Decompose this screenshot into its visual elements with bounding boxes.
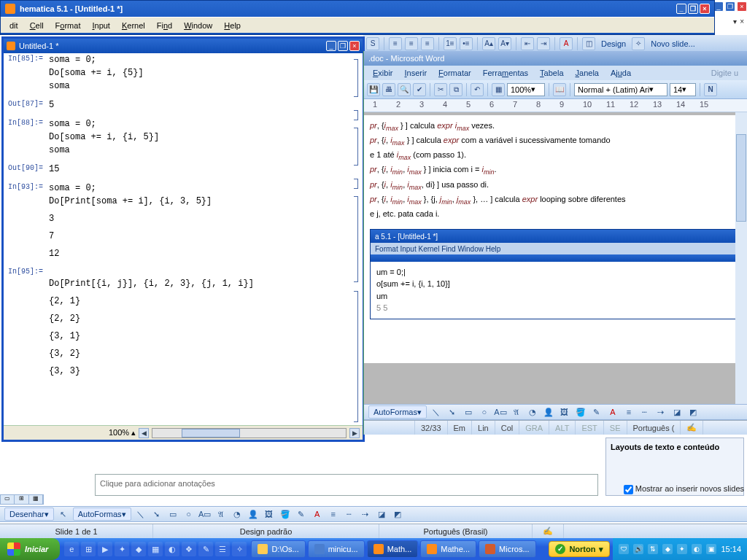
show-on-insert-input[interactable] — [624, 485, 633, 494]
cell-code[interactable]: soma = 0; — [49, 183, 96, 193]
increase-indent-icon[interactable]: ⇥ — [537, 37, 550, 50]
arrow-icon[interactable]: ➘ — [446, 405, 459, 419]
word-ruler[interactable]: 1 2 3 4 5 6 7 8 9 10 11 12 13 14 15 — [364, 99, 747, 112]
ppt-notes-placeholder[interactable]: Clique para adicionar anotações — [95, 474, 598, 496]
menu-input[interactable]: Input — [86, 19, 115, 32]
word-status-spellcheck-icon[interactable]: ✍️ — [681, 421, 703, 435]
clipart-icon[interactable]: 👤 — [542, 405, 555, 419]
word-help-hint[interactable]: Digite u — [705, 69, 744, 77]
word-menu-janela[interactable]: Janela — [570, 69, 605, 77]
read-mode-icon[interactable]: 📖 — [553, 83, 566, 96]
tray-volume-icon[interactable]: 🔊 — [633, 544, 643, 554]
cell-code[interactable]: Do[Print[{i, j}], {i, 2, 3}, {j, 1, i}] — [49, 279, 254, 289]
mma-minimize-button[interactable]: _ — [676, 4, 686, 14]
oval-icon[interactable]: ○ — [478, 405, 491, 419]
word-menu-tabela[interactable]: Tabela — [534, 69, 569, 77]
autoshapes-menu-button[interactable]: AutoFormas ▾ — [73, 508, 131, 521]
save-icon[interactable]: 💾 — [367, 83, 380, 96]
word-document-body[interactable]: pr, {imax } ] calcula expr imax vezes. p… — [364, 115, 747, 363]
arrow-icon[interactable]: ➘ — [150, 508, 163, 521]
task-button[interactable]: Mathe... — [420, 540, 476, 558]
draw-menu-button[interactable]: Desenhar ▾ — [4, 508, 54, 521]
design-button[interactable]: Design — [598, 39, 629, 48]
print-preview-icon[interactable]: 🔍 — [398, 83, 411, 96]
shadow-icon[interactable]: ◪ — [375, 508, 388, 521]
menu-window[interactable]: Window — [178, 19, 218, 32]
tray-shield-icon[interactable]: 🛡 — [619, 544, 629, 554]
fill-color-icon[interactable]: 🪣 — [574, 405, 587, 419]
spellcheck-icon[interactable]: ✔ — [413, 83, 426, 96]
ql-ie-icon[interactable]: e — [64, 542, 79, 556]
word-autoshapes-button[interactable]: AutoFormas ▾ — [368, 405, 427, 419]
new-slide-button[interactable]: Novo slide... — [648, 39, 698, 48]
menu-help[interactable]: Help — [218, 19, 247, 32]
font-color-icon[interactable]: A — [560, 37, 573, 50]
cell-code[interactable]: Do[Print[soma += i], {i, 3, 5}] — [49, 196, 212, 206]
ql-desktop-icon[interactable]: ⊞ — [81, 542, 96, 556]
align-left-icon[interactable]: ≡ — [389, 37, 402, 50]
clipart-icon[interactable]: 👤 — [247, 508, 260, 521]
task-button[interactable]: Micros... — [479, 540, 536, 558]
ql-app4-icon[interactable]: ◐ — [165, 542, 179, 556]
zoom-combo[interactable]: 100% ▾ — [507, 83, 545, 96]
tray-app3-icon[interactable]: ◐ — [692, 544, 702, 554]
tray-app4-icon[interactable]: ▣ — [706, 544, 716, 554]
scroll-right-button[interactable]: ▶ — [349, 428, 360, 438]
ql-app5-icon[interactable]: ❖ — [182, 542, 196, 556]
tray-app1-icon[interactable]: ◆ — [662, 544, 673, 554]
ppt-show-on-insert-checkbox[interactable]: Mostrar ao inserir novos slides — [624, 484, 744, 494]
word-vertical-scrollbar[interactable] — [735, 112, 747, 404]
pane-dropdown-icon[interactable]: ▾ — [733, 18, 737, 26]
ppt-close-button[interactable]: × — [737, 1, 747, 12]
rectangle-icon[interactable]: ▭ — [166, 508, 179, 521]
font-color-draw-icon[interactable]: A — [311, 508, 324, 521]
cell-code[interactable]: Do[soma += i, {i, 5}] — [49, 132, 159, 142]
word-menu-formatar[interactable]: Formatar — [433, 69, 477, 77]
nb-close-button[interactable]: × — [349, 41, 360, 51]
textbox-icon[interactable]: A▭ — [198, 508, 212, 521]
ppt-status-spell-icon[interactable]: ✍️ — [533, 524, 564, 538]
task-button[interactable]: minicu... — [308, 540, 365, 558]
menu-format[interactable]: Format — [50, 19, 87, 32]
rectangle-icon[interactable]: ▭ — [462, 405, 475, 419]
line-style-icon[interactable]: ≡ — [622, 405, 635, 419]
cell-brackets[interactable] — [349, 53, 363, 411]
line-color-icon[interactable]: ✎ — [295, 508, 308, 521]
font-size-combo[interactable]: 14 ▾ — [670, 83, 696, 96]
fill-color-icon[interactable]: 🪣 — [279, 508, 292, 521]
scroll-left-button[interactable]: ◀ — [139, 428, 149, 438]
align-right-icon[interactable]: ≡ — [421, 37, 434, 50]
word-menu-ajuda[interactable]: Ajuda — [605, 69, 637, 77]
cell-code[interactable]: soma = 0; — [49, 55, 96, 65]
taskbar-clock[interactable]: 15:14 — [721, 545, 741, 553]
menu-kernel[interactable]: Kernel — [116, 19, 151, 32]
ql-app7-icon[interactable]: ☰ — [215, 542, 230, 556]
underline-icon[interactable]: S — [366, 37, 379, 50]
cell-code[interactable]: soma — [49, 145, 70, 155]
mma-maximize-button[interactable]: ❐ — [688, 4, 698, 14]
line-icon[interactable]: ＼ — [430, 405, 443, 419]
menu-cell[interactable]: Cell — [24, 19, 50, 32]
task-button[interactable]: D:\Os... — [251, 540, 305, 558]
3d-icon[interactable]: ◩ — [391, 508, 404, 521]
bold-icon[interactable]: N — [704, 83, 717, 96]
ql-app3-icon[interactable]: ▦ — [148, 542, 163, 556]
notebook-body[interactable]: In[85]:=soma = 0; Do[soma += i, {5}] som… — [4, 53, 363, 425]
norton-button[interactable]: ✓ Norton ▾ — [549, 541, 610, 557]
align-center-icon[interactable]: ≡ — [405, 37, 418, 50]
tray-app2-icon[interactable]: ✦ — [677, 544, 687, 554]
wordart-icon[interactable]: 𝔄 — [214, 508, 228, 521]
font-color-icon[interactable]: A — [606, 405, 619, 419]
notebook-zoom-dropdown[interactable]: 100% ▴ — [109, 428, 136, 438]
decrease-indent-icon[interactable]: ⇤ — [521, 37, 534, 50]
ql-app1-icon[interactable]: ✦ — [115, 542, 129, 556]
ql-app2-icon[interactable]: ◆ — [131, 542, 146, 556]
design-icon[interactable]: ◫ — [582, 37, 595, 50]
nb-minimize-button[interactable]: _ — [326, 41, 336, 51]
copy-icon[interactable]: ⧉ — [449, 83, 462, 96]
arrow-style-icon[interactable]: ⇢ — [654, 405, 667, 419]
ppt-restore-button[interactable]: ❐ — [725, 1, 735, 12]
cell-code[interactable]: soma = 0; — [49, 119, 96, 129]
line-style-icon[interactable]: ≡ — [327, 508, 340, 521]
ql-app6-icon[interactable]: ✎ — [198, 542, 213, 556]
